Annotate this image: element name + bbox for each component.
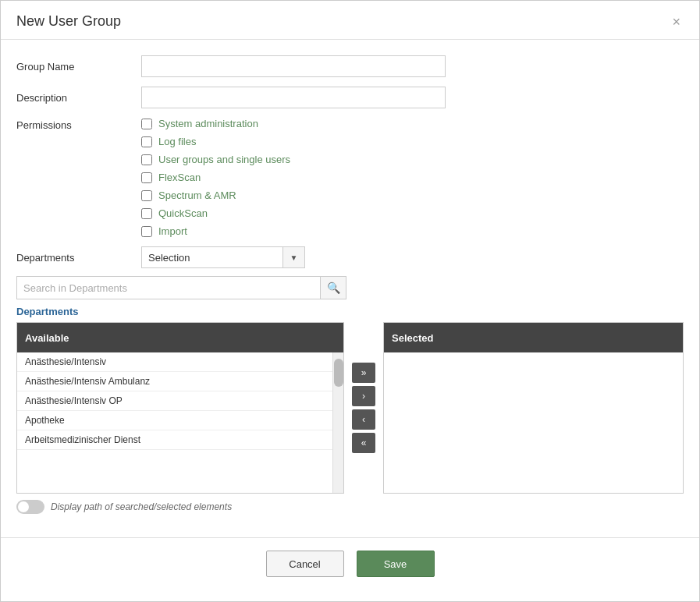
available-panel: Available Anästhesie/Intensiv Anästhesie… [16, 322, 344, 494]
list-item[interactable]: Anästhesie/Intensiv [17, 352, 332, 372]
departments-dropdown-text: Selection [142, 252, 282, 264]
move-right-button[interactable]: › [352, 386, 375, 406]
perm-spectrum-label[interactable]: Spectrum & AMR [158, 189, 236, 201]
departments-section-title: Departments [16, 306, 684, 317]
available-list-area: Anästhesie/Intensiv Anästhesie/Intensiv … [17, 352, 343, 493]
perm-usergroups-checkbox[interactable] [141, 154, 152, 165]
chevron-right-icon: › [362, 391, 365, 402]
list-item[interactable]: Apotheke [17, 411, 332, 430]
move-all-right-button[interactable]: » [352, 363, 375, 383]
available-list-scroll: Anästhesie/Intensiv Anästhesie/Intensiv … [17, 352, 332, 493]
perm-quickscan-checkbox[interactable] [141, 208, 152, 219]
perm-sysadmin-checkbox[interactable] [141, 119, 152, 129]
perm-spectrum-checkbox[interactable] [141, 190, 152, 201]
permission-quickscan: QuickScan [141, 207, 290, 219]
available-list-scrollbar[interactable] [332, 352, 343, 493]
description-input[interactable] [141, 87, 446, 108]
search-button[interactable]: 🔍 [320, 276, 346, 299]
description-row: Description [16, 87, 684, 108]
dialog-title: New User Group [16, 13, 121, 30]
dialog-body: Group Name Description Permissions Syste… [1, 40, 699, 537]
permission-import: Import [141, 225, 290, 237]
dialog-header: New User Group × [1, 1, 699, 40]
search-icon: 🔍 [327, 282, 340, 294]
perm-logfiles-checkbox[interactable] [141, 136, 152, 147]
list-item[interactable]: Anästhesie/Intensiv Ambulanz [17, 372, 332, 391]
save-button[interactable]: Save [357, 551, 435, 577]
new-user-group-dialog: New User Group × Group Name Description … [0, 0, 700, 602]
selected-list-body [384, 352, 683, 493]
toggle-knob [18, 501, 29, 512]
cancel-button[interactable]: Cancel [266, 551, 344, 577]
move-all-left-button[interactable]: « [352, 433, 375, 453]
transfer-buttons: » › ‹ « [344, 363, 383, 453]
toggle-label: Display path of searched/selected elemen… [51, 501, 232, 512]
available-header-label: Available [25, 332, 69, 344]
chevron-left-icon: ‹ [362, 414, 365, 425]
perm-sysadmin-label[interactable]: System administration [158, 118, 258, 129]
perm-flexscan-checkbox[interactable] [141, 172, 152, 183]
perm-quickscan-label[interactable]: QuickScan [158, 207, 208, 219]
departments-row: Departments Selection ▼ [16, 246, 684, 268]
list-item[interactable]: Arbeitsmedizinischer Dienst [17, 430, 332, 450]
perm-import-label[interactable]: Import [158, 225, 187, 237]
scrollbar-thumb [334, 359, 343, 387]
permissions-list: System administration Log files User gro… [141, 118, 290, 237]
close-button[interactable]: × [669, 15, 684, 29]
search-departments-input[interactable] [16, 276, 321, 299]
perm-import-checkbox[interactable] [141, 226, 152, 237]
display-path-toggle[interactable] [16, 500, 44, 514]
permission-spectrum: Spectrum & AMR [141, 189, 290, 201]
dialog-footer: Cancel Save [1, 537, 699, 590]
search-row: 🔍 [16, 276, 684, 299]
permission-flexscan: FlexScan [141, 172, 290, 183]
selected-header: Selected [384, 323, 683, 352]
group-name-label: Group Name [16, 61, 141, 73]
description-label: Description [16, 92, 141, 104]
group-name-row: Group Name [16, 55, 684, 77]
list-item[interactable]: Anästhesie/Intensiv OP [17, 391, 332, 411]
selected-header-label: Selected [392, 332, 433, 344]
chevron-down-icon: ▼ [282, 247, 304, 267]
selected-panel: Selected [383, 322, 684, 494]
permission-user-groups: User groups and single users [141, 154, 290, 165]
available-list-body: Anästhesie/Intensiv Anästhesie/Intensiv … [17, 352, 332, 493]
double-chevron-left-icon: « [361, 437, 367, 448]
available-header: Available [17, 323, 343, 352]
lists-container: Available Anästhesie/Intensiv Anästhesie… [16, 322, 684, 494]
perm-flexscan-label[interactable]: FlexScan [158, 172, 201, 183]
double-chevron-right-icon: » [361, 367, 367, 378]
perm-usergroups-label[interactable]: User groups and single users [158, 154, 290, 165]
permissions-section: Permissions System administration Log fi… [16, 118, 684, 237]
permissions-label: Permissions [16, 118, 141, 237]
departments-label: Departments [16, 252, 141, 264]
permission-system-administration: System administration [141, 118, 290, 129]
toggle-row: Display path of searched/selected elemen… [16, 500, 684, 514]
permission-log-files: Log files [141, 136, 290, 147]
move-left-button[interactable]: ‹ [352, 409, 375, 430]
perm-logfiles-label[interactable]: Log files [158, 136, 196, 147]
departments-dropdown[interactable]: Selection ▼ [141, 246, 305, 268]
group-name-input[interactable] [141, 55, 446, 77]
